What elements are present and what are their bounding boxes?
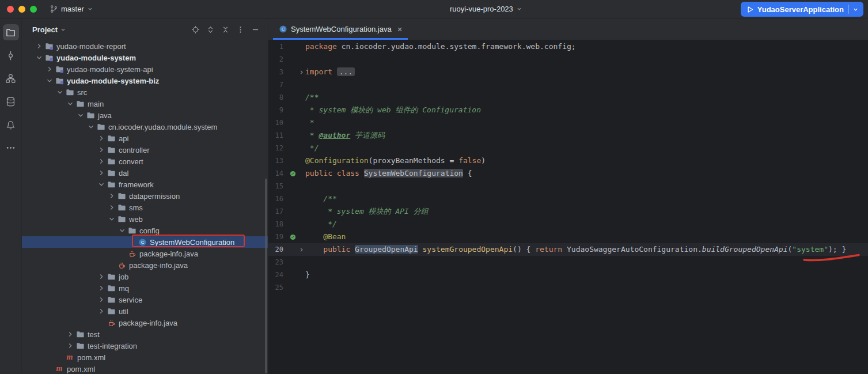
chevron-right-icon[interactable] — [66, 330, 75, 339]
tree-item-test[interactable]: test — [22, 328, 268, 340]
code-line-23[interactable]: 23 — [268, 256, 868, 269]
tree-item-web[interactable]: web — [22, 213, 268, 225]
fold-marker-icon[interactable] — [297, 243, 305, 256]
chevron-right-icon[interactable] — [97, 284, 106, 293]
tree-item-package-info-java[interactable]: package-info.java — [22, 248, 268, 259]
tree-item-yudao-module-report[interactable]: yudao-module-report — [22, 40, 268, 52]
code-editor[interactable]: 1package cn.iocoder.yudao.module.system.… — [268, 40, 868, 374]
code-line-14[interactable]: 14public class SystemWebConfiguration { — [268, 167, 868, 180]
code-line-17[interactable]: 17 * system 模块的 API 分组 — [268, 205, 868, 218]
chevron-right-icon[interactable] — [97, 272, 106, 281]
run-configuration-button[interactable]: YudaoServerApplication — [741, 2, 863, 17]
chevron-right-icon[interactable] — [97, 295, 106, 304]
tree-item-job[interactable]: job — [22, 271, 268, 282]
editor-tab-systemwebconfiguration[interactable]: C SystemWebConfiguration.java × — [273, 18, 408, 40]
close-tab-icon[interactable]: × — [397, 25, 403, 33]
code-line-13[interactable]: 13@Configuration(proxyBeanMethods = fals… — [268, 154, 868, 167]
chevron-right-icon[interactable] — [97, 145, 106, 154]
spring-bean-gutter-icon[interactable] — [288, 167, 297, 180]
chevron-right-icon[interactable] — [97, 307, 106, 316]
tree-item-yudao-module-system-api[interactable]: yudao-module-system-api — [22, 63, 268, 75]
fold-marker-icon[interactable] — [297, 66, 305, 78]
tree-item-framework[interactable]: framework — [22, 179, 268, 190]
chevron-down-icon[interactable] — [35, 53, 44, 62]
chevron-down-icon[interactable] — [107, 214, 116, 224]
project-scrollbar[interactable] — [265, 179, 267, 373]
code-line-16[interactable]: 16 /** — [268, 192, 868, 205]
tree-item-util[interactable]: util — [22, 305, 268, 317]
code-line-2[interactable]: 2 — [268, 53, 868, 66]
code-line-8[interactable]: 8/** — [268, 91, 868, 104]
tree-item-config[interactable]: config — [22, 225, 268, 236]
code-line-7[interactable]: 7 — [268, 78, 868, 91]
chevron-down-icon[interactable] — [66, 99, 75, 108]
tree-item-package-info-java[interactable]: package-info.java — [22, 259, 268, 271]
chevron-down-icon[interactable] — [852, 6, 859, 13]
code-line-18[interactable]: 18 */ — [268, 218, 868, 231]
close-window-button[interactable] — [7, 6, 14, 13]
chevron-down-icon[interactable] — [76, 111, 85, 120]
code-line-12[interactable]: 12 */ — [268, 142, 868, 154]
tree-item-systemwebconfiguration[interactable]: CSystemWebConfiguration — [22, 236, 268, 248]
code-line-25[interactable]: 25 — [268, 281, 868, 294]
tree-item-yudao-module-system[interactable]: yudao-module-system — [22, 52, 268, 63]
spring-bean-gutter-icon[interactable] — [288, 231, 297, 243]
chevron-down-icon[interactable] — [86, 122, 96, 131]
structure-icon[interactable] — [3, 70, 19, 86]
options-icon[interactable] — [233, 22, 247, 36]
hide-icon[interactable] — [248, 22, 262, 36]
code-line-1[interactable]: 1package cn.iocoder.yudao.module.system.… — [268, 40, 868, 53]
tree-item-main[interactable]: main — [22, 98, 268, 109]
tree-item-convert[interactable]: convert — [22, 156, 268, 167]
chevron-right-icon[interactable] — [97, 168, 106, 177]
collapse-all-icon[interactable] — [218, 22, 232, 36]
git-branch-widget[interactable]: master — [45, 3, 98, 15]
tree-item-src[interactable]: src — [22, 86, 268, 98]
tree-item-datapermission[interactable]: datapermission — [22, 190, 268, 202]
expand-all-icon[interactable] — [203, 22, 217, 36]
tree-item-api[interactable]: api — [22, 133, 268, 144]
tree-item-package-info-java[interactable]: package-info.java — [22, 317, 268, 328]
chevron-right-icon[interactable] — [107, 191, 116, 201]
tree-item-pom-xml[interactable]: mpom.xml — [22, 352, 268, 363]
tree-item-cn-iocoder-yudao-module-system[interactable]: cn.iocoder.yudao.module.system — [22, 121, 268, 133]
chevron-down-icon[interactable] — [55, 88, 65, 97]
tree-item-yudao-module-system-biz[interactable]: yudao-module-system-biz — [22, 75, 268, 86]
project-panel-title[interactable]: Project — [32, 25, 66, 34]
notifications-icon[interactable] — [3, 116, 19, 133]
commit-icon[interactable] — [3, 47, 19, 63]
code-line-20[interactable]: 20 public GroupedOpenApi systemGroupedOp… — [268, 243, 868, 256]
code-line-3[interactable]: 3import ... — [268, 66, 868, 78]
tree-item-java[interactable]: java — [22, 109, 268, 121]
chevron-right-icon[interactable] — [66, 341, 75, 350]
more-icon[interactable] — [3, 139, 19, 156]
chevron-right-icon[interactable] — [35, 41, 44, 51]
tree-item-dal[interactable]: dal — [22, 167, 268, 179]
window-title-widget[interactable]: ruoyi-vue-pro-2023 — [450, 5, 522, 13]
chevron-right-icon[interactable] — [97, 134, 106, 143]
code-line-10[interactable]: 10 * — [268, 116, 868, 129]
chevron-right-icon[interactable] — [97, 157, 106, 166]
tree-item-test-integration[interactable]: test-integration — [22, 340, 268, 352]
chevron-right-icon[interactable] — [45, 65, 54, 74]
database-icon[interactable] — [3, 93, 19, 109]
tree-item-controller[interactable]: controller — [22, 144, 268, 156]
code-line-19[interactable]: 19 @Bean — [268, 231, 868, 243]
tree-item-service[interactable]: service — [22, 294, 268, 305]
locate-icon[interactable] — [188, 22, 202, 36]
chevron-down-icon[interactable] — [97, 180, 106, 189]
fullscreen-window-button[interactable] — [30, 6, 37, 13]
chevron-right-icon[interactable] — [107, 203, 116, 212]
code-line-9[interactable]: 9 * system 模块的 web 组件的 Configuration — [268, 104, 868, 116]
minimize-window-button[interactable] — [18, 6, 25, 13]
code-line-24[interactable]: 24} — [268, 269, 868, 281]
chevron-down-icon[interactable] — [117, 226, 127, 235]
tree-item-pom-xml[interactable]: mpom.xml — [22, 363, 268, 374]
project-folder-icon[interactable] — [3, 24, 19, 40]
tree-item-label: SystemWebConfiguration — [150, 238, 234, 247]
code-line-11[interactable]: 11 * @author 芋道源码 — [268, 129, 868, 142]
chevron-down-icon[interactable] — [45, 76, 54, 85]
tree-item-mq[interactable]: mq — [22, 282, 268, 294]
code-line-15[interactable]: 15 — [268, 180, 868, 192]
tree-item-sms[interactable]: sms — [22, 202, 268, 213]
